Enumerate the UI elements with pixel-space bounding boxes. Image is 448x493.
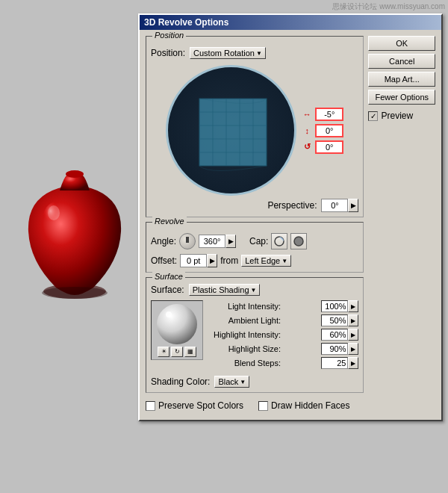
z-rotation-icon: ↺ [301, 142, 313, 152]
angle-arrow[interactable]: ▶ [225, 235, 236, 248]
map-art-button[interactable]: Map Art... [368, 72, 435, 87]
cap-control: Cap: [249, 233, 307, 249]
y-rotation-input[interactable] [315, 124, 343, 137]
shading-color-control: Shading Color: Black ▼ [151, 376, 358, 388]
preview-checkbox[interactable]: ✓ [368, 111, 378, 121]
shading-color-arrow: ▼ [240, 379, 246, 385]
light-intensity-label: Light Intensity: [209, 302, 284, 311]
surface-label: Surface: [151, 285, 184, 295]
dialog: 3D Revolve Options Position Position: Cu… [138, 13, 443, 421]
shading-color-dropdown[interactable]: Black ▼ [214, 376, 249, 388]
highlight-intensity-arrow[interactable]: ▶ [348, 329, 358, 341]
ambient-light-arrow[interactable]: ▶ [348, 314, 358, 326]
blend-steps-input[interactable] [321, 357, 348, 369]
sphere-rotate-btn[interactable]: ↻ [171, 347, 183, 357]
sphere-light-btn[interactable]: ☀ [158, 347, 169, 357]
highlight-intensity-input[interactable] [321, 329, 348, 341]
dialog-title: 3D Revolve Options [144, 17, 228, 28]
svg-point-1 [66, 170, 84, 178]
surface-dropdown-arrow: ▼ [251, 287, 257, 294]
fewer-options-button[interactable]: Fewer Options [368, 90, 435, 105]
position-dropdown[interactable]: Custom Rotation ▼ [190, 47, 266, 59]
surface-dropdown[interactable]: Plastic Shading ▼ [189, 284, 261, 296]
position-dropdown-arrow: ▼ [256, 50, 262, 57]
offset-input[interactable] [180, 254, 207, 267]
dialog-titlebar: 3D Revolve Options [140, 15, 441, 30]
angle-control: Angle: ▶ [151, 233, 236, 249]
offset-label: Offset: [151, 255, 177, 266]
sphere-options-btn[interactable]: ▦ [184, 347, 196, 357]
perspective-input[interactable] [321, 199, 348, 212]
watermark: 思缘设计论坛 www.missyuan.com [332, 1, 445, 12]
checkbox-row: Preserve Spot Colors Draw Hidden Faces [146, 397, 364, 414]
ambient-light-label: Ambient Light: [209, 316, 284, 325]
svg-rect-5 [199, 99, 267, 166]
blend-steps-arrow[interactable]: ▶ [348, 357, 358, 369]
vase-preview [15, 164, 134, 314]
cap-button-1[interactable] [271, 233, 287, 249]
sphere-preview-box: ☀ ↻ ▦ [151, 300, 203, 360]
position-group-label: Position [152, 31, 186, 40]
x-rotation-icon: ↔ [301, 110, 313, 119]
cap-label: Cap: [249, 236, 268, 246]
ok-button[interactable]: OK [368, 36, 435, 51]
light-intensity-input[interactable] [321, 300, 348, 312]
z-rotation-input[interactable] [315, 140, 343, 154]
perspective-up-arrow[interactable]: ▶ [348, 199, 358, 212]
ambient-light-input[interactable] [321, 314, 348, 326]
draw-hidden-checkbox[interactable] [258, 401, 268, 411]
blend-steps-label: Blend Steps: [209, 359, 284, 368]
draw-hidden-item: Draw Hidden Faces [258, 400, 349, 411]
offset-arrow[interactable]: ▶ [207, 254, 217, 267]
preview-control: ✓ Preview [368, 111, 435, 121]
preserve-spot-checkbox[interactable] [146, 401, 155, 411]
highlight-size-label: Highlight Size: [209, 344, 284, 353]
perspective-spinner: ▶ [321, 199, 358, 212]
preserve-spot-label: Preserve Spot Colors [158, 400, 243, 411]
preview-sphere [157, 304, 197, 344]
angle-label: Angle: [151, 236, 176, 246]
angle-input[interactable] [199, 235, 225, 248]
offset-control: Offset: ▶ from Left Edge ▼ [151, 254, 358, 267]
light-intensity-arrow[interactable]: ▶ [348, 300, 358, 312]
draw-hidden-label: Draw Hidden Faces [271, 400, 349, 411]
svg-point-3 [42, 287, 108, 299]
perspective-label: Perspective: [267, 200, 317, 211]
revolve-group-label: Revolve [152, 217, 187, 226]
rotation-inputs: ↔ ↕ ↺ [301, 108, 343, 154]
preview-label: Preview [381, 111, 413, 121]
x-rotation-input[interactable] [315, 108, 343, 121]
surface-group-label-text: Surface [152, 272, 185, 281]
highlight-size-arrow[interactable]: ▶ [348, 343, 358, 355]
highlight-size-input[interactable] [321, 343, 348, 355]
angle-dial[interactable] [179, 233, 196, 249]
cancel-button[interactable]: Cancel [368, 54, 435, 69]
surface-params: Light Intensity: ▶ Ambient Light: ▶ [209, 300, 358, 371]
from-label: from [220, 255, 238, 266]
from-dropdown[interactable]: Left Edge ▼ [241, 255, 291, 267]
position-label: Position: [151, 48, 185, 58]
cap-button-2[interactable] [290, 233, 307, 249]
rotation-sphere[interactable] [166, 65, 296, 196]
highlight-intensity-label: Highlight Intensity: [209, 330, 284, 339]
svg-point-4 [48, 205, 60, 220]
shading-color-label: Shading Color: [151, 376, 210, 387]
from-dropdown-arrow: ▼ [281, 258, 287, 264]
preserve-spot-item: Preserve Spot Colors [146, 400, 243, 411]
svg-point-15 [294, 237, 303, 246]
dialog-buttons: OK Cancel Map Art... Fewer Options ✓ Pre… [368, 36, 435, 414]
y-rotation-icon: ↕ [301, 126, 313, 135]
